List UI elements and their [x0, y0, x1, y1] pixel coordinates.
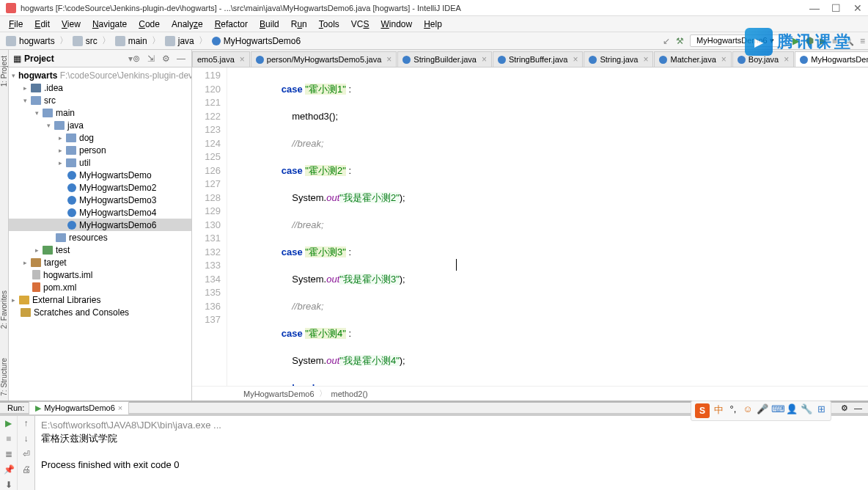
print-icon[interactable]: 🖨 — [21, 464, 32, 475]
text-cursor — [456, 259, 457, 271]
locate-icon[interactable]: ⊚ — [133, 54, 143, 64]
tab-person-demo5[interactable]: person/MyHogwartsDemo5.java× — [251, 51, 397, 67]
hide-icon[interactable]: — — [177, 54, 187, 64]
collapse-icon[interactable]: ⇲ — [147, 54, 158, 64]
close-icon[interactable]: × — [240, 54, 245, 65]
tab-demo6[interactable]: MyHogwartsDemo6.java× — [795, 51, 868, 67]
menu-window[interactable]: Window — [375, 18, 418, 31]
menu-navigate[interactable]: Navigate — [87, 18, 133, 31]
ime-char-icon[interactable]: 中 — [713, 403, 724, 415]
run-settings-icon[interactable]: ⚙ — [841, 403, 848, 413]
menu-refactor[interactable]: Refactor — [209, 18, 254, 31]
nav-prev-icon[interactable]: ↙ — [663, 36, 670, 46]
strip-structure[interactable]: 7: Structure — [0, 358, 8, 396]
code-editor[interactable]: case "霍小测1" : method3(); //break; case "… — [227, 67, 868, 386]
structure-breadcrumb: MyHogwartsDemo6 〉 method2() — [192, 386, 868, 401]
run-tab[interactable]: ▶MyHogwartsDemo6× — [29, 401, 129, 415]
ime-toolbar[interactable]: 中 °, ☺ 🎤 ⌨ 👤 🔧 ⊞ — [691, 401, 831, 421]
menu-edit[interactable]: Edit — [29, 18, 56, 31]
debug-button[interactable]: ⬢ — [806, 35, 814, 46]
coverage-button[interactable]: ▶ — [820, 36, 826, 46]
search-icon[interactable]: 🔍 — [843, 36, 854, 46]
ime-keyboard-icon[interactable]: ⌨ — [771, 403, 783, 415]
rerun-icon[interactable]: ▶ — [4, 418, 14, 428]
tab-stringbuffer[interactable]: StringBuffer.java× — [493, 51, 584, 67]
wrap-icon[interactable]: ⏎ — [21, 449, 32, 459]
pin-run-icon[interactable]: 📌 — [4, 464, 14, 475]
menu-analyze[interactable]: Analyze — [166, 18, 209, 31]
tab-string[interactable]: String.java× — [584, 51, 653, 67]
menu-view[interactable]: View — [56, 18, 87, 31]
menu-build[interactable]: Build — [254, 18, 285, 31]
menu-vcs[interactable]: VCS — [345, 18, 375, 31]
ime-mic-icon[interactable]: 🎤 — [757, 403, 768, 415]
app-icon — [6, 3, 16, 13]
down-icon[interactable]: ↓ — [21, 434, 32, 444]
tab-boy[interactable]: Boy.java× — [732, 51, 794, 67]
nav-hammer-icon[interactable]: ⚒ — [676, 36, 684, 46]
ime-emoji-icon[interactable]: ☺ — [742, 403, 754, 415]
maximize-button[interactable]: ☐ — [831, 4, 840, 12]
run-hide-icon[interactable]: — — [854, 403, 862, 413]
ime-person-icon[interactable]: 👤 — [786, 403, 798, 415]
run-config-dropdown[interactable]: MyHogwartsDemo6 ▾ — [690, 34, 787, 47]
ime-tools-icon[interactable]: 🔧 — [801, 403, 812, 415]
ime-grid-icon[interactable]: ⊞ — [815, 403, 827, 415]
menu-tools[interactable]: Tools — [313, 18, 345, 31]
menu-help[interactable]: Help — [418, 18, 448, 31]
tab-demo5[interactable]: emo5.java× — [192, 51, 250, 67]
crumb-file[interactable]: MyHogwartsDemo6 — [209, 36, 304, 46]
settings-icon[interactable]: ⚙ — [162, 54, 172, 64]
project-tree[interactable]: ▾hogwarts F:\codeSource\Jenkins-plugin-d… — [9, 67, 191, 401]
more-icon[interactable]: ≡ — [860, 36, 865, 46]
menu-file[interactable]: File — [3, 18, 29, 31]
menubar: File Edit View Navigate Code Analyze Ref… — [0, 16, 868, 32]
bc-method[interactable]: method2() — [331, 390, 368, 398]
bc-class[interactable]: MyHogwartsDemo6 — [243, 390, 315, 398]
crumb-java[interactable]: java — [162, 36, 197, 46]
gutter: 1191201211221231241251261271281291301311… — [192, 67, 227, 386]
close-button[interactable]: ✕ — [853, 4, 862, 12]
dump-icon[interactable]: ⬇ — [4, 480, 14, 490]
panel-title: Project — [24, 54, 125, 64]
minimize-button[interactable]: — — [809, 4, 818, 12]
console-output[interactable]: E:\soft\worksoft\JAVA8\JDK\bin\java.exe … — [35, 416, 868, 490]
menu-run[interactable]: Run — [285, 18, 313, 31]
menu-code[interactable]: Code — [133, 18, 166, 31]
tab-stringbuilder[interactable]: StringBuilder.java× — [397, 51, 492, 67]
stop-icon[interactable]: ■ — [4, 434, 14, 444]
crumb-src[interactable]: src — [70, 36, 100, 46]
ime-punct-icon[interactable]: °, — [727, 403, 739, 415]
crumb-main[interactable]: main — [112, 36, 150, 46]
crumb-hogwarts[interactable]: hogwarts — [3, 36, 58, 46]
run-label: Run: — [3, 402, 29, 414]
tab-matcher[interactable]: Matcher.java× — [654, 51, 731, 67]
stop-button[interactable]: ■ — [832, 36, 837, 46]
strip-project[interactable]: 1: Project — [0, 56, 8, 87]
layout-icon[interactable]: ≣ — [4, 449, 14, 459]
editor-tabs: emo5.java× person/MyHogwartsDemo5.java× … — [192, 50, 868, 67]
window-title: hogwarts [F:\codeSource\Jenkins-plugin-d… — [21, 4, 809, 12]
up-icon[interactable]: ↑ — [21, 418, 32, 428]
strip-favorites[interactable]: 2: Favorites — [0, 290, 8, 329]
run-button[interactable]: ▶ — [792, 35, 800, 46]
panel-icon: ▦ — [13, 54, 21, 64]
ime-logo-icon — [695, 403, 710, 418]
